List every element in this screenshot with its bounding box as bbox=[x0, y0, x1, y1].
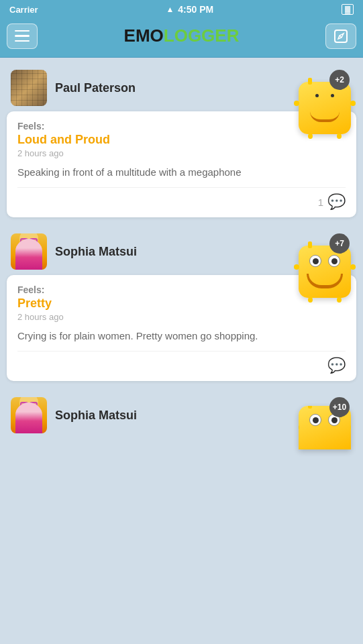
avatar bbox=[11, 233, 47, 270]
emoji-spike bbox=[337, 297, 342, 303]
comment-icon[interactable]: 💬 bbox=[327, 193, 346, 211]
app-logo: EMOLOGGER bbox=[124, 25, 240, 46]
emoji-spike bbox=[299, 425, 299, 430]
wifi-icon: ▲ bbox=[166, 5, 174, 14]
status-center: ▲ 4:50 PM bbox=[166, 4, 213, 15]
emoji-eye bbox=[331, 94, 334, 97]
emoji-pupil bbox=[331, 417, 338, 423]
emoji-spike bbox=[308, 297, 313, 303]
avatar bbox=[11, 70, 47, 106]
post-header: Sophia Matsui +10 bbox=[7, 393, 356, 436]
post-card: Paul Paterson +2 bbox=[7, 66, 356, 217]
emoji-eyes bbox=[315, 94, 334, 97]
emoji-eye bbox=[309, 414, 321, 426]
emoji-badge-area: +7 bbox=[291, 232, 351, 298]
emoji-pupil bbox=[331, 258, 338, 264]
emoji-badge-area: +10 bbox=[291, 396, 351, 449]
post-content: Speaking in front of a multitude with a … bbox=[17, 165, 346, 179]
emoji-eye bbox=[309, 255, 321, 267]
plus-badge: +2 bbox=[329, 70, 350, 90]
hamburger-line-1 bbox=[15, 30, 30, 32]
emoji-square-bigeyes bbox=[299, 246, 351, 298]
status-bar: Carrier ▲ 4:50 PM ▓ bbox=[0, 0, 363, 19]
feed: Paul Paterson +2 bbox=[0, 58, 363, 447]
emoji-pupil bbox=[313, 417, 319, 423]
battery-area: ▓ bbox=[342, 4, 354, 15]
avatar bbox=[11, 397, 47, 433]
emoji-pupil bbox=[313, 258, 319, 264]
app-header: EMOLOGGER bbox=[0, 19, 363, 58]
emoji-spike bbox=[337, 133, 342, 139]
username: Sophia Matsui bbox=[55, 409, 137, 423]
plus-badge: +10 bbox=[329, 397, 350, 417]
comment-count: 1 bbox=[318, 197, 323, 208]
menu-button[interactable] bbox=[7, 23, 38, 49]
post-footer: 💬 bbox=[17, 351, 346, 374]
post-content: Crying is for plain women. Pretty women … bbox=[17, 329, 346, 343]
emoji-smile bbox=[307, 274, 343, 288]
username: Paul Paterson bbox=[55, 81, 136, 95]
post-header: Sophia Matsui +7 bbox=[7, 229, 356, 275]
post-card: Sophia Matsui +7 bbox=[7, 229, 356, 381]
carrier-text: Carrier bbox=[9, 5, 38, 15]
emoji-eye bbox=[315, 94, 319, 97]
comment-icon[interactable]: 💬 bbox=[327, 357, 346, 374]
sophia-body bbox=[15, 402, 42, 433]
hamburger-line-2 bbox=[15, 35, 30, 37]
paul-avatar-image bbox=[11, 70, 47, 106]
logo-logger: LOGGER bbox=[164, 25, 240, 46]
emotion-text: Pretty bbox=[17, 297, 346, 311]
emoji-spike bbox=[350, 425, 351, 430]
emotion-text: Loud and Proud bbox=[17, 133, 346, 147]
logo-emo: EMO bbox=[124, 25, 164, 46]
emoji-badge-area: +2 bbox=[291, 68, 351, 134]
emoji-eye bbox=[328, 255, 340, 267]
emoji-spike bbox=[294, 264, 299, 270]
emoji-spike bbox=[294, 101, 299, 106]
post-footer: 1 💬 bbox=[17, 187, 346, 211]
time-text: 4:50 PM bbox=[178, 4, 213, 15]
edit-button[interactable] bbox=[325, 23, 356, 49]
plus-badge: +7 bbox=[329, 233, 350, 254]
emoji-spike bbox=[350, 101, 356, 106]
post-time: 2 hours ago bbox=[17, 148, 346, 158]
hamburger-line-3 bbox=[15, 40, 30, 42]
emoji-smile bbox=[310, 111, 340, 122]
emoji-square-simple bbox=[299, 82, 351, 134]
post-time: 2 hours ago bbox=[17, 312, 346, 322]
emoji-eyes bbox=[309, 255, 340, 267]
emoji-face bbox=[299, 82, 351, 134]
sophia-avatar-image bbox=[11, 397, 47, 433]
sophia-avatar-image bbox=[11, 233, 47, 270]
emoji-spike bbox=[308, 133, 313, 139]
emoji-face-pretty bbox=[299, 246, 351, 298]
edit-icon bbox=[333, 29, 348, 44]
emoji-spike bbox=[350, 264, 356, 270]
post-header: Paul Paterson +2 bbox=[7, 66, 356, 111]
username: Sophia Matsui bbox=[55, 245, 137, 259]
sophia-body bbox=[15, 239, 42, 270]
post-card: Sophia Matsui +10 bbox=[7, 393, 356, 436]
battery-icon: ▓ bbox=[342, 4, 354, 15]
